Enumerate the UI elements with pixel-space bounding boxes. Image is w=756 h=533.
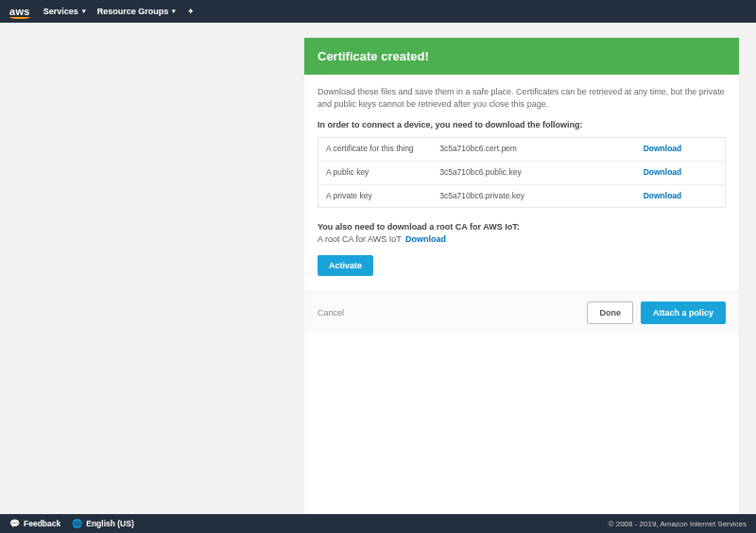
feedback-label: Feedback	[24, 519, 60, 528]
nav-services[interactable]: Services ▾	[43, 7, 86, 16]
download-public-key-link[interactable]: Download	[644, 167, 682, 177]
private-key-label: A private key	[318, 184, 433, 208]
cancel-link[interactable]: Cancel	[318, 308, 344, 318]
private-key-filename: 3c5a710bc6.private.key	[432, 184, 636, 208]
top-nav: aws Services ▾ Resource Groups ▾ ✦	[0, 0, 756, 23]
root-ca-header: You also need to download a root CA for …	[318, 221, 726, 233]
download-table: A certificate for this thing 3c5a710bc6.…	[318, 137, 726, 209]
globe-icon: 🌐	[72, 519, 82, 528]
download-instruction: In order to connect a device, you need t…	[318, 119, 726, 131]
activate-button[interactable]: Activate	[318, 255, 373, 276]
download-root-ca-link[interactable]: Download	[405, 234, 446, 244]
feedback-link[interactable]: 💬 Feedback	[9, 519, 60, 528]
table-row: A certificate for this thing 3c5a710bc6.…	[318, 137, 726, 161]
nav-resource-groups-label: Resource Groups	[97, 7, 169, 16]
caret-down-icon: ▾	[82, 8, 86, 15]
main-area: Certificate created! Download these file…	[0, 23, 756, 514]
nav-resource-groups[interactable]: Resource Groups ▾	[97, 7, 177, 16]
download-cert-link[interactable]: Download	[644, 144, 682, 153]
nav-services-label: Services	[43, 7, 78, 16]
bottom-bar: 💬 Feedback 🌐 English (US) © 2008 - 2019,…	[0, 514, 756, 533]
table-row: A private key 3c5a710bc6.private.key Dow…	[318, 184, 726, 208]
speech-bubble-icon: 💬	[9, 519, 20, 528]
public-key-filename: 3c5a710bc6.public.key	[432, 161, 636, 184]
panel-description: Download these files and save them in a …	[318, 86, 726, 110]
panel-title: Certificate created!	[304, 38, 739, 75]
pin-icon[interactable]: ✦	[187, 7, 195, 16]
language-label: English (US)	[86, 519, 134, 528]
panel-footer: Cancel Done Attach a policy	[304, 291, 739, 334]
language-selector[interactable]: 🌐 English (US)	[72, 519, 134, 528]
panel-body: Download these files and save them in a …	[304, 75, 739, 291]
aws-logo[interactable]: aws	[9, 7, 30, 17]
root-ca-text: A root CA for AWS IoT	[318, 234, 402, 244]
attach-policy-button[interactable]: Attach a policy	[641, 301, 726, 324]
copyright-text: © 2008 - 2019, Amazon Internet Services	[609, 520, 747, 528]
root-ca-section: You also need to download a root CA for …	[318, 221, 726, 245]
table-row: A public key 3c5a710bc6.public.key Downl…	[318, 161, 726, 184]
download-private-key-link[interactable]: Download	[644, 191, 682, 200]
cert-label: A certificate for this thing	[318, 137, 433, 161]
cert-filename: 3c5a710bc6.cert.pem	[432, 137, 636, 161]
caret-down-icon: ▾	[172, 8, 176, 15]
done-button[interactable]: Done	[587, 301, 633, 324]
public-key-label: A public key	[318, 161, 433, 184]
cert-panel: Certificate created! Download these file…	[304, 38, 739, 514]
